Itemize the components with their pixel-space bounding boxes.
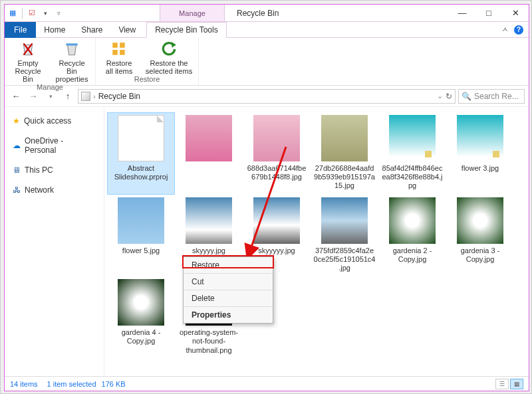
- file-name-label: gardenia 3 - Copy.jpg: [449, 246, 511, 264]
- file-thumbnail: [457, 197, 503, 244]
- view-details-button[interactable]: ☰: [495, 379, 509, 389]
- contextual-tab-manage: Manage: [160, 5, 225, 21]
- maximize-button[interactable]: □: [475, 5, 502, 21]
- file-item[interactable]: flower 5.jpg: [107, 195, 175, 277]
- file-thumbnail: [389, 115, 436, 161]
- location-icon: [81, 92, 90, 101]
- file-name-label: gardenia 4 - Copy.jpg: [110, 328, 172, 345]
- forward-button[interactable]: →: [26, 89, 41, 104]
- address-location[interactable]: Recycle Bin: [98, 92, 140, 101]
- search-input[interactable]: 🔍 Search Re...: [458, 89, 525, 104]
- file-item[interactable]: Abstract Slideshow.prproj: [107, 112, 175, 195]
- navigation-bar: ← → ▾ ↑ › Recycle Bin ⌄ ↻ 🔍 Search Re...: [5, 86, 529, 107]
- label: Recycle Bin: [53, 59, 91, 75]
- file-item[interactable]: flower 3.jpg: [446, 112, 514, 195]
- separator: [22, 8, 23, 19]
- sidebar-item-this-pc[interactable]: 🖥This PC: [9, 163, 100, 177]
- svg-rect-2: [112, 50, 118, 55]
- tab-recycle-bin-tools[interactable]: Recycle Bin Tools: [146, 22, 227, 38]
- recycle-bin-properties-button[interactable]: Recycle Bin properties: [53, 39, 91, 83]
- address-dropdown-icon[interactable]: ⌄: [437, 92, 443, 100]
- tab-file[interactable]: File: [5, 22, 36, 38]
- files-pane[interactable]: Abstract Slideshow.prproj688d3aa67144fbe…: [104, 107, 529, 376]
- file-name-label: 688d3aa67144fbe679b1448f8.jpg: [245, 164, 308, 181]
- qat-overflow-icon[interactable]: ▿: [53, 8, 64, 19]
- star-icon: ★: [13, 116, 20, 126]
- file-thumbnail: [253, 115, 300, 161]
- context-menu-restore[interactable]: Restore: [184, 257, 273, 273]
- file-item[interactable]: 375fdf2859c4fa2e0ce25f5c191051c4.jpg: [311, 195, 378, 277]
- cloud-icon: ☁: [13, 141, 21, 150]
- minimize-button[interactable]: —: [449, 5, 475, 21]
- window-controls: — □ ✕: [449, 5, 529, 21]
- view-thumbnails-button[interactable]: ▦: [510, 379, 523, 389]
- file-item[interactable]: gardenia 3 - Copy.jpg: [446, 195, 514, 277]
- recycle-bin-icon: [63, 41, 80, 58]
- label: Restore the: [150, 59, 188, 67]
- sidebar-item-quick-access[interactable]: ★Quick access: [9, 114, 100, 128]
- label: all items: [106, 67, 132, 75]
- tab-view[interactable]: View: [110, 22, 144, 38]
- recent-locations-dropdown[interactable]: ▾: [43, 89, 58, 104]
- window-title: Recycle Bin: [237, 5, 279, 21]
- file-name-label: operating-system-not-found-thumbnail.png: [178, 328, 240, 355]
- file-item[interactable]: 688d3aa67144fbe679b1448f8.jpg: [243, 112, 311, 195]
- context-menu-cut[interactable]: Cut: [184, 273, 273, 290]
- restore-all-icon: [110, 41, 128, 58]
- file-thumbnail: [118, 197, 164, 244]
- file-thumbnail: [389, 197, 436, 244]
- label: properties: [56, 75, 88, 83]
- app-icon: ▦: [7, 8, 18, 19]
- label: This PC: [25, 165, 53, 175]
- sidebar-item-network[interactable]: 🖧Network: [9, 183, 100, 197]
- file-name-label: 375fdf2859c4fa2e0ce25f5c191051c4.jpg: [313, 246, 376, 273]
- title-bar: ▦ ☑ ▾ ▿ Manage Recycle Bin — □ ✕: [5, 5, 529, 22]
- file-thumbnail: [186, 197, 232, 244]
- file-thumbnail: [118, 115, 164, 161]
- file-item[interactable]: 27db26688e4aafd9b5939eb915197a15.jpg: [311, 112, 378, 195]
- file-thumbnail: [118, 279, 164, 326]
- svg-rect-3: [120, 50, 125, 55]
- file-item[interactable]: gardenia 4 - Copy.jpg: [107, 276, 175, 359]
- navigation-pane: ★Quick access ☁OneDrive - Personal 🖥This…: [5, 107, 104, 376]
- recycle-bin-empty-icon: [19, 41, 37, 58]
- label: Network: [25, 185, 54, 195]
- context-menu: Restore Cut Delete Properties: [183, 256, 273, 324]
- file-name-label: 27db26688e4aafd9b5939eb915197a15.jpg: [313, 164, 376, 191]
- empty-recycle-bin-button[interactable]: Empty Recycle Bin: [9, 39, 47, 83]
- label: Empty: [17, 59, 38, 67]
- file-item[interactable]: [175, 112, 243, 195]
- file-item[interactable]: 85af4d2f4ffb846ecea8f3426f8e88b4.jpg: [378, 112, 446, 195]
- up-button[interactable]: ↑: [61, 89, 75, 104]
- file-name-label: skyyyyy.jpg: [258, 246, 295, 255]
- qat-dropdown-icon[interactable]: ▾: [40, 8, 51, 19]
- minimize-ribbon-icon[interactable]: ㅅ: [501, 25, 509, 35]
- ribbon-tabs: File Home Share View Recycle Bin Tools ㅅ…: [5, 22, 529, 38]
- refresh-icon[interactable]: ↻: [446, 92, 452, 101]
- tab-share[interactable]: Share: [73, 22, 110, 38]
- file-item[interactable]: gardenia 2 - Copy.jpg: [378, 195, 446, 277]
- context-menu-properties[interactable]: Properties: [184, 306, 273, 323]
- sidebar-item-onedrive[interactable]: ☁OneDrive - Personal: [9, 134, 100, 157]
- status-selected-count: 1 item selected: [47, 380, 96, 388]
- back-button[interactable]: ←: [9, 89, 23, 104]
- properties-icon[interactable]: ☑: [27, 8, 37, 19]
- quick-access-toolbar: ▦ ☑ ▾ ▿: [5, 5, 66, 21]
- label: selected items: [146, 67, 192, 75]
- file-thumbnail: [457, 115, 503, 161]
- body: ★Quick access ☁OneDrive - Personal 🖥This…: [5, 107, 529, 376]
- context-menu-delete[interactable]: Delete: [184, 290, 273, 306]
- file-name-label: 85af4d2f4ffb846ecea8f3426f8e88b4.jpg: [381, 164, 444, 191]
- close-button[interactable]: ✕: [502, 5, 529, 21]
- restore-all-items-button[interactable]: Restore all items: [100, 39, 138, 75]
- status-item-count: 14 items: [10, 380, 38, 388]
- restore-selected-icon: [160, 41, 178, 58]
- status-bar: 14 items 1 item selected 176 KB ☰ ▦: [5, 376, 529, 391]
- address-bar[interactable]: › Recycle Bin ⌄ ↻: [78, 89, 456, 104]
- search-placeholder: Search Re...: [474, 92, 519, 101]
- restore-selected-items-button[interactable]: Restore the selected items: [144, 39, 194, 75]
- chevron-right-icon[interactable]: ›: [93, 92, 96, 100]
- file-name-label: Abstract Slideshow.prproj: [110, 164, 172, 181]
- help-icon[interactable]: ?: [514, 25, 523, 35]
- tab-home[interactable]: Home: [36, 22, 73, 38]
